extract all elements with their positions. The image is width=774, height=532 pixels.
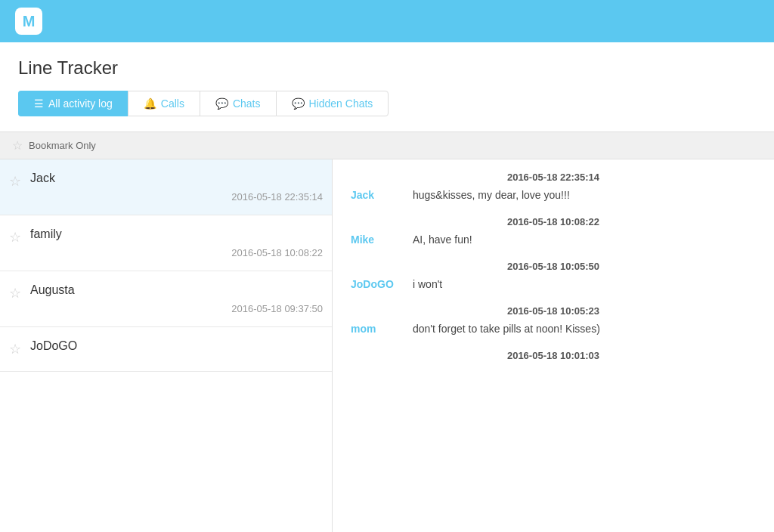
contact-name-family: family xyxy=(30,227,323,241)
message-group-5: 2016-05-18 10:01:03 xyxy=(351,350,756,361)
star-icon-family[interactable]: ☆ xyxy=(9,229,21,246)
contact-info-jack: Jack 2016-05-18 22:35:14 xyxy=(30,172,323,203)
message-text-4: don't forget to take pills at noon! Kiss… xyxy=(413,323,600,335)
body-area: ☆ Jack 2016-05-18 22:35:14 ☆ family 2016… xyxy=(0,159,774,532)
tab-chats-label: Chats xyxy=(233,97,261,110)
contact-name-jodogo: JoDoGO xyxy=(30,339,323,353)
contact-name-augusta: Augusta xyxy=(30,283,323,297)
message-row-1: Jack hugs&kisses, my dear, love you!!! xyxy=(351,189,756,201)
message-row-3: JoDoGO i won't xyxy=(351,278,756,290)
logo-text: M xyxy=(23,13,36,30)
message-group-1: 2016-05-18 22:35:14 Jack hugs&kisses, my… xyxy=(351,172,756,201)
tab-calls-label: Calls xyxy=(161,97,184,110)
main-content: Line Tracker ☰ All activity log 🔔 Calls … xyxy=(0,42,774,131)
message-text-1: hugs&kisses, my dear, love you!!! xyxy=(413,189,570,201)
message-timestamp-4: 2016-05-18 10:05:23 xyxy=(351,305,756,317)
contact-item-jodogo[interactable]: ☆ JoDoGO xyxy=(0,327,332,372)
tab-hidden-chats-icon: 💬 xyxy=(292,97,305,110)
contact-info-augusta: Augusta 2016-05-18 09:37:50 xyxy=(30,283,323,314)
tab-all-activity-label: All activity log xyxy=(48,97,113,110)
tab-calls[interactable]: 🔔 Calls xyxy=(128,91,200,116)
tab-hidden-chats-label: Hidden Chats xyxy=(309,97,373,110)
tab-chats-icon: 💬 xyxy=(215,97,228,110)
message-group-2: 2016-05-18 10:08:22 Mike AI, have fun! xyxy=(351,216,756,246)
message-timestamp-3: 2016-05-18 10:05:50 xyxy=(351,261,756,272)
message-sender-1: Jack xyxy=(351,189,404,201)
message-row-2: Mike AI, have fun! xyxy=(351,234,756,246)
messages-panel: 2016-05-18 22:35:14 Jack hugs&kisses, my… xyxy=(333,159,774,532)
contacts-panel: ☆ Jack 2016-05-18 22:35:14 ☆ family 2016… xyxy=(0,159,333,532)
contact-time-jack: 2016-05-18 22:35:14 xyxy=(30,191,323,203)
message-text-3: i won't xyxy=(413,278,442,290)
contact-item-augusta[interactable]: ☆ Augusta 2016-05-18 09:37:50 xyxy=(0,271,332,327)
message-timestamp-1: 2016-05-18 22:35:14 xyxy=(351,172,756,183)
message-timestamp-2: 2016-05-18 10:08:22 xyxy=(351,216,756,227)
contact-name-jack: Jack xyxy=(30,172,323,185)
star-icon-jack[interactable]: ☆ xyxy=(9,173,21,190)
app-logo: M xyxy=(15,8,42,35)
message-row-4: mom don't forget to take pills at noon! … xyxy=(351,323,756,335)
bookmark-bar: ☆ Bookmark Only xyxy=(0,132,774,159)
message-text-2: AI, have fun! xyxy=(413,234,472,246)
message-sender-3: JoDoGO xyxy=(351,278,404,290)
page-title: Line Tracker xyxy=(18,57,756,79)
contact-time-augusta: 2016-05-18 09:37:50 xyxy=(30,303,323,314)
tabs-bar: ☰ All activity log 🔔 Calls 💬 Chats 💬 Hid… xyxy=(18,91,756,131)
bookmark-label: Bookmark Only xyxy=(29,140,96,151)
star-icon-augusta[interactable]: ☆ xyxy=(9,285,21,302)
message-group-3: 2016-05-18 10:05:50 JoDoGO i won't xyxy=(351,261,756,290)
message-timestamp-5: 2016-05-18 10:01:03 xyxy=(351,350,756,361)
bookmark-star-icon: ☆ xyxy=(12,138,23,153)
tab-hidden-chats[interactable]: 💬 Hidden Chats xyxy=(276,91,389,116)
contact-item-family[interactable]: ☆ family 2016-05-18 10:08:22 xyxy=(0,215,332,271)
message-group-4: 2016-05-18 10:05:23 mom don't forget to … xyxy=(351,305,756,335)
contact-item-jack[interactable]: ☆ Jack 2016-05-18 22:35:14 xyxy=(0,159,332,215)
tab-chats[interactable]: 💬 Chats xyxy=(200,91,276,116)
message-sender-4: mom xyxy=(351,323,404,335)
tab-calls-icon: 🔔 xyxy=(144,97,156,110)
contact-info-family: family 2016-05-18 10:08:22 xyxy=(30,227,323,258)
message-sender-2: Mike xyxy=(351,234,404,246)
tab-all-activity[interactable]: ☰ All activity log xyxy=(18,91,128,116)
contact-info-jodogo: JoDoGO xyxy=(30,339,323,359)
tab-all-activity-icon: ☰ xyxy=(34,97,44,110)
star-icon-jodogo[interactable]: ☆ xyxy=(9,341,21,357)
contact-time-family: 2016-05-18 10:08:22 xyxy=(30,247,323,258)
top-bar: M xyxy=(0,0,774,42)
